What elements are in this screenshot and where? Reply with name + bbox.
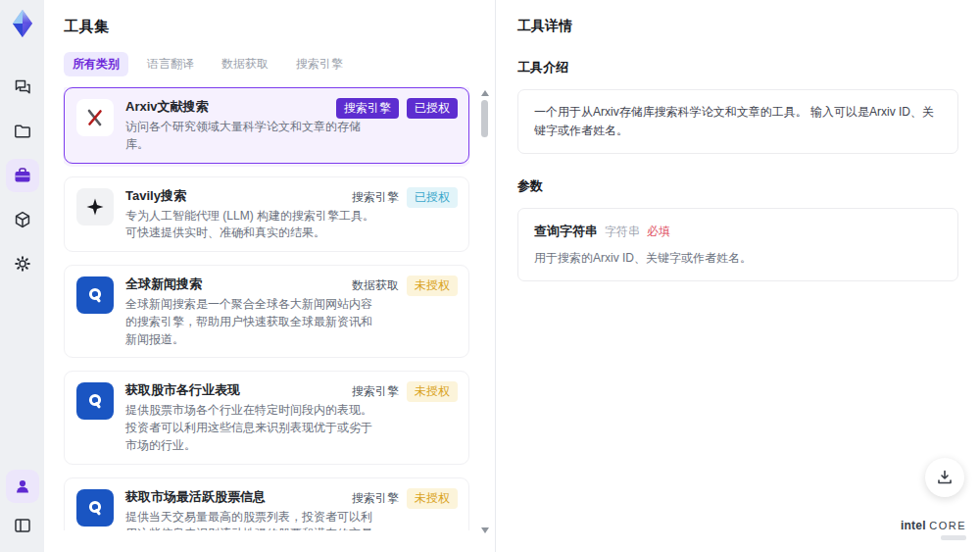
intel-core-sub-badge	[941, 535, 966, 540]
tool-description: 访问各个研究领域大量科学论文和文章的存储库。	[125, 119, 375, 154]
tool-name: 获取市场最活跃股票信息	[125, 487, 375, 507]
tool-card-sector-performance[interactable]: 获取股市各行业表现 提供股票市场各个行业在特定时间段内的表现。投资者可以利用这些…	[64, 371, 469, 464]
params-heading: 参数	[517, 177, 958, 195]
param-name: 查询字符串	[534, 222, 598, 242]
chat-icon[interactable]	[6, 71, 39, 104]
news-service-logo-icon	[76, 276, 114, 314]
briefcase-icon-tools[interactable]	[6, 159, 39, 192]
tool-card-tavily[interactable]: Tavily搜索 专为人工智能代理 (LLM) 构建的搜索引擎工具。可快速提供实…	[64, 176, 469, 253]
param-box: 查询字符串 字符串 必填 用于搜索的Arxiv ID、关键字或作者姓名。	[517, 208, 958, 281]
list-scrollbar	[480, 88, 489, 537]
tool-name: 全球新闻搜索	[125, 275, 375, 294]
intel-wordmark: intel	[901, 519, 926, 532]
category-label: 搜索引擎	[352, 383, 399, 400]
tool-description: 提供股票市场各个行业在特定时间段内的表现。投资者可以利用这些信息来识别表现优于或…	[125, 402, 375, 454]
tools-panel: 工具集 所有类别 语言翻译 数据获取 搜索引擎 Arxiv文献搜索 访问各个研究…	[44, 0, 495, 552]
status-badge: 未授权	[407, 381, 458, 402]
tool-description: 专为人工智能代理 (LLM) 构建的搜索引擎工具。可快速提供实时、准确和真实的结…	[125, 208, 375, 243]
rail-bottom	[6, 470, 39, 542]
status-badge: 已授权	[407, 98, 458, 119]
tool-description: 全球新闻搜索是一个聚合全球各大新闻网站内容的搜索引擎，帮助用户快速获取全球最新资…	[125, 296, 375, 348]
rail-nav	[6, 71, 39, 280]
download-button[interactable]	[925, 458, 964, 497]
app-window: 工具集 所有类别 语言翻译 数据获取 搜索引擎 Arxiv文献搜索 访问各个研究…	[0, 0, 980, 552]
panel-toggle-icon[interactable]	[6, 509, 39, 542]
core-wordmark: core	[929, 520, 966, 531]
status-badge: 未授权	[407, 276, 458, 296]
app-logo-icon	[8, 8, 37, 39]
category-badge: 搜索引擎	[336, 98, 399, 119]
scrollbar-down-arrow[interactable]	[481, 527, 489, 533]
user-icon[interactable]	[6, 470, 39, 503]
page-title: 工具集	[64, 18, 495, 36]
intro-box: 一个用于从Arxiv存储库搜索科学论文和文章的工具。 输入可以是Arxiv ID…	[517, 89, 958, 154]
category-tabs: 所有类别 语言翻译 数据获取 搜索引擎	[64, 52, 495, 76]
param-type: 字符串	[605, 223, 640, 241]
tab-search-engine[interactable]: 搜索引擎	[287, 52, 352, 76]
tavily-star-icon	[76, 188, 114, 226]
category-label: 数据获取	[352, 277, 399, 294]
folder-icon[interactable]	[6, 115, 39, 148]
tab-language-translation[interactable]: 语言翻译	[138, 52, 203, 76]
status-badge: 已授权	[407, 187, 458, 208]
scrollbar-thumb[interactable]	[481, 100, 488, 137]
tool-card-arxiv[interactable]: Arxiv文献搜索 访问各个研究领域大量科学论文和文章的存储库。 搜索引擎 已授…	[64, 87, 469, 164]
tool-card-global-news[interactable]: 全球新闻搜索 全球新闻搜索是一个聚合全球各大新闻网站内容的搜索引擎，帮助用户快速…	[64, 265, 469, 358]
tool-name: 获取股市各行业表现	[125, 380, 375, 400]
arxiv-logo-icon	[76, 99, 114, 136]
tool-name: Tavily搜索	[125, 186, 375, 206]
tab-data-fetching[interactable]: 数据获取	[213, 52, 277, 76]
gear-icon[interactable]	[6, 247, 39, 280]
category-label: 搜索引擎	[352, 189, 399, 206]
param-description: 用于搜索的Arxiv ID、关键字或作者姓名。	[534, 249, 942, 268]
finance-service-logo-icon	[76, 489, 114, 527]
param-required-flag: 必填	[647, 223, 670, 241]
package-icon[interactable]	[6, 203, 39, 236]
tab-all-categories[interactable]: 所有类别	[64, 52, 128, 76]
tool-description: 提供当天交易量最高的股票列表，投资者可以利用这些信息来识别流动性强的股票和潜在的…	[125, 509, 375, 531]
scrollbar-up-arrow[interactable]	[481, 90, 489, 96]
left-rail	[0, 0, 44, 552]
tool-card-most-active-stocks[interactable]: 获取市场最活跃股票信息 提供当天交易量最高的股票列表，投资者可以利用这些信息来识…	[64, 477, 469, 531]
intro-heading: 工具介绍	[517, 59, 958, 76]
category-label: 搜索引擎	[352, 490, 399, 507]
detail-title: 工具详情	[517, 18, 958, 35]
finance-service-logo-icon	[76, 382, 114, 420]
tool-detail-panel: 工具详情 工具介绍 一个用于从Arxiv存储库搜索科学论文和文章的工具。 输入可…	[495, 0, 980, 552]
status-badge: 未授权	[407, 488, 458, 509]
intel-core-logo: intel core	[901, 517, 966, 540]
intro-text: 一个用于从Arxiv存储库搜索科学论文和文章的工具。 输入可以是Arxiv ID…	[534, 105, 934, 137]
tool-list: Arxiv文献搜索 访问各个研究领域大量科学论文和文章的存储库。 搜索引擎 已授…	[64, 87, 469, 530]
